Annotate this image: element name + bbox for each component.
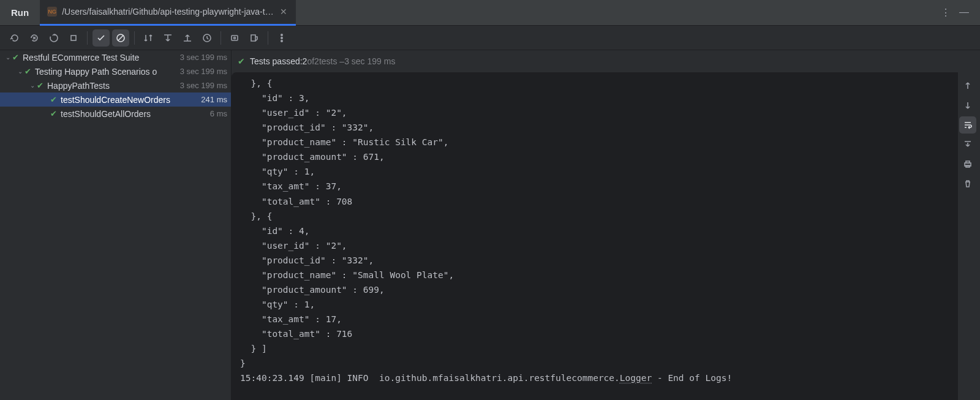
tree-node-duration: 6 ms xyxy=(205,109,227,118)
tree-node-duration: 241 ms xyxy=(196,95,227,104)
status-total-count: 2 xyxy=(314,56,319,66)
log-line-logger: Logger xyxy=(620,373,652,383)
tab-path: /Users/faisalkhatri/Github/api-testing-p… xyxy=(62,7,273,17)
tree-node-duration: 3 sec 199 ms xyxy=(175,67,227,76)
soft-wrap-toggle[interactable] xyxy=(959,116,976,134)
svg-point-4 xyxy=(234,37,236,39)
console-side-toolbar xyxy=(959,77,976,192)
expand-all-button[interactable] xyxy=(159,29,176,47)
tree-node-duration: 3 sec 199 ms xyxy=(175,81,227,90)
tree-node-label: Restful ECommerce Test Suite xyxy=(23,53,139,62)
stop-button[interactable] xyxy=(65,29,82,47)
minimize-icon[interactable]: — xyxy=(959,7,969,18)
svg-rect-3 xyxy=(232,36,238,40)
clear-all-button[interactable] xyxy=(959,175,976,192)
testng-config-icon: NG xyxy=(47,7,57,17)
status-prefix: Tests passed: xyxy=(250,56,303,66)
svg-point-6 xyxy=(281,37,282,38)
titlebar: Run NG /Users/faisalkhatri/Github/api-te… xyxy=(0,0,980,26)
show-ignored-toggle[interactable] xyxy=(112,29,129,47)
caret-down-icon[interactable]: ⌄ xyxy=(4,54,12,61)
show-passed-toggle[interactable] xyxy=(92,29,110,47)
scroll-to-end-button[interactable] xyxy=(959,136,976,153)
pass-icon: ✔ xyxy=(50,109,57,118)
tree-group-row[interactable]: ⌄ ✔ Testing Happy Path Scenarios o 3 sec… xyxy=(0,64,231,78)
svg-rect-0 xyxy=(71,36,76,40)
log-line-tail: - End of Logs! xyxy=(652,373,732,383)
pass-icon: ✔ xyxy=(238,56,245,66)
toggle-auto-test-button[interactable] xyxy=(45,29,62,47)
tree-test-row[interactable]: ✔ testShouldGetAllOrders 6 ms xyxy=(0,107,231,121)
test-history-button[interactable] xyxy=(198,29,216,47)
print-button[interactable] xyxy=(959,156,976,173)
prev-occurrence-button[interactable] xyxy=(959,77,976,94)
sort-button[interactable] xyxy=(140,29,157,47)
tree-node-label: testShouldGetAllOrders xyxy=(61,109,151,119)
kebab-menu-icon[interactable]: ⋮ xyxy=(941,7,951,18)
pass-icon: ✔ xyxy=(50,95,57,104)
rerun-button[interactable] xyxy=(6,29,23,47)
status-time: 3 sec 199 ms xyxy=(344,56,395,66)
svg-point-5 xyxy=(281,34,282,35)
tree-node-label: Testing Happy Path Scenarios o xyxy=(35,67,157,77)
tree-test-row[interactable]: ✔ testShouldCreateNewOrders 241 ms xyxy=(0,92,231,107)
pass-icon: ✔ xyxy=(37,81,43,90)
tree-suite-row[interactable]: ⌄ ✔ Restful ECommerce Test Suite 3 sec 1… xyxy=(0,50,231,64)
svg-point-7 xyxy=(281,40,282,41)
tool-window-title: Run xyxy=(0,7,40,18)
caret-down-icon[interactable]: ⌄ xyxy=(28,82,37,89)
status-tests-dash: tests – xyxy=(319,56,344,66)
run-tab[interactable]: NG /Users/faisalkhatri/Github/api-testin… xyxy=(40,0,295,26)
test-tree[interactable]: ⌄ ✔ Restful ECommerce Test Suite 3 sec 1… xyxy=(0,50,232,400)
next-occurrence-button[interactable] xyxy=(959,97,976,114)
caret-down-icon[interactable]: ⌄ xyxy=(16,68,24,75)
pass-icon: ✔ xyxy=(12,53,19,62)
export-tests-button[interactable] xyxy=(246,29,263,47)
console-output[interactable]: }, { "id" : 3, "user_id" : "2", "product… xyxy=(232,72,958,400)
import-tests-button[interactable] xyxy=(226,29,243,47)
more-button[interactable] xyxy=(273,29,290,47)
svg-rect-9 xyxy=(966,161,970,163)
log-line-time: 15:40:23.149 [main] INFO io.github.mfais… xyxy=(240,373,620,383)
pass-icon: ✔ xyxy=(24,67,31,76)
collapse-all-button[interactable] xyxy=(179,29,196,47)
test-status-bar: ✔ Tests passed: 2 of 2 tests – 3 sec 199… xyxy=(232,50,980,72)
tree-node-label: HappyPathTests xyxy=(47,81,110,91)
tree-class-row[interactable]: ⌄ ✔ HappyPathTests 3 sec 199 ms xyxy=(0,78,231,92)
tab-close-icon[interactable]: ✕ xyxy=(279,7,288,17)
status-passed-count: 2 xyxy=(303,56,307,66)
tree-node-label: testShouldCreateNewOrders xyxy=(61,95,170,105)
rerun-failed-button[interactable] xyxy=(26,29,43,47)
status-of: of xyxy=(307,56,314,66)
run-toolbar xyxy=(0,26,980,50)
tree-node-duration: 3 sec 199 ms xyxy=(175,53,227,62)
